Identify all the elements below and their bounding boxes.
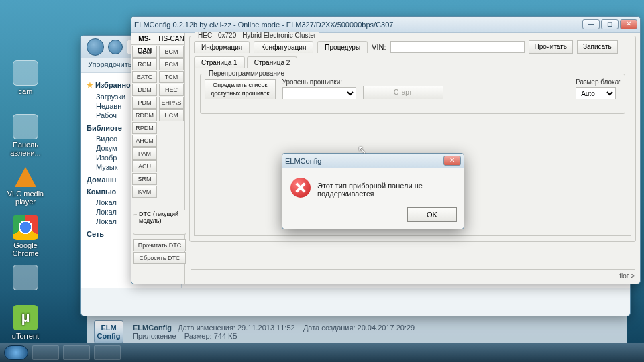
clear-dtc-button[interactable]: Сбросить DTC [133,252,186,264]
vin-label: VIN: [372,43,386,51]
icon-label: Панель авлени... [5,141,46,157]
tab-config[interactable]: Конфигурация [254,41,313,53]
dialog-message: Этот тип приборной панели не поддерживае… [317,178,455,198]
back-button[interactable] [87,38,104,56]
write-button[interactable]: Записать [577,40,618,54]
elmconfig-titlebar[interactable]: ELMConfig 0.2.12b by civil-zz - Online m… [131,17,640,33]
module-button[interactable]: HCM [159,109,184,121]
tab-procedures[interactable]: Процедуры [317,41,368,53]
organize-button[interactable]: Упорядочить [88,60,131,68]
dialog-titlebar[interactable]: ELMConfig ✕ [282,154,464,168]
favorites-header: Избранное [95,81,135,89]
read-button[interactable]: Прочитать [529,40,574,54]
maximize-button[interactable]: ◻ [601,19,619,29]
module-button[interactable]: EHPAS [159,97,184,109]
elm-footer: floг > [191,269,635,280]
module-button[interactable]: RPDM [132,122,157,134]
star-icon: ★ [87,81,93,89]
desktop-icon[interactable] [5,265,46,292]
error-icon [290,178,311,198]
module-button[interactable]: PAM [132,147,157,160]
block-size-select[interactable]: Auto [576,87,616,99]
icon-label: uTorrent [5,332,46,340]
reprogram-group-title: Перепрограммирование [206,70,287,77]
module-button[interactable]: TCM [159,71,184,83]
block-size-label: Размер блока: [576,78,621,86]
module-button[interactable]: HEC [159,84,184,96]
taskbar [0,343,644,362]
dialog-close-button[interactable]: ✕ [443,156,461,166]
icon-label: VLC media player [5,190,46,206]
desktop-icon[interactable]: cam [5,60,46,95]
hscan-header[interactable]: HS-CAN [158,33,184,45]
module-button[interactable]: RDDM [132,109,157,121]
module-button[interactable]: PDM [132,97,157,109]
dtc-title: DTC (текущий модуль) [137,210,186,224]
elmconfig-window: ELMConfig 0.2.12b by civil-zz - Online m… [131,16,641,284]
module-button[interactable]: RCM [132,58,157,70]
forward-button[interactable] [108,40,123,54]
ok-button[interactable]: OK [407,207,457,222]
close-button[interactable]: ✕ [620,19,637,29]
mscan-header[interactable]: MS-CAN [131,33,158,45]
module-button[interactable]: AHCM [132,135,157,147]
cursor-icon: ↖ [358,143,366,156]
start-button[interactable] [4,345,28,360]
tab-info[interactable]: Информация [194,41,250,53]
module-button[interactable]: SRM [132,173,157,185]
icon-label: Google Chrome [5,241,46,257]
elmconfig-badge-icon: ELMConfig [94,320,123,343]
minimize-button[interactable]: — [582,19,600,29]
module-group-title: HEC - 0x720 - Hybrid Electronic Cluster [195,32,319,39]
desktop-icon-chrome[interactable]: Google Chrome [5,215,46,257]
module-button[interactable]: KVM [132,186,157,198]
module-button[interactable]: DDM [132,84,157,96]
dialog-title: ELMConfig [285,157,442,165]
taskbar-item[interactable] [94,345,121,360]
error-dialog: ELMConfig ✕ Этот тип приборной панели не… [282,153,464,229]
desktop-icon-vlc[interactable]: VLC media player [5,164,46,206]
firmware-level-select[interactable] [282,87,356,99]
icon-label: cam [5,87,46,95]
desktop-icon[interactable]: Панель авлени... [5,114,46,157]
desktop-icon-utorrent[interactable]: µuTorrent [5,305,46,340]
module-button[interactable]: BCM [159,46,184,58]
module-button[interactable]: GEM [132,46,157,58]
tab-page2[interactable]: Страница 2 [247,56,298,68]
module-button[interactable]: ACU [132,160,157,172]
dtc-group: DTC (текущий модуль) [133,214,186,235]
module-button[interactable]: PCM [159,58,184,70]
module-button[interactable]: EATC [132,71,157,83]
explorer-statusbar: ELMConfig ELMConfig Дата изменения: 29.1… [87,315,627,347]
firmware-level-label: Уровень прошивки: [282,78,356,86]
file-name: ELMConfig [133,324,172,332]
tab-page1[interactable]: Страница 1 [194,56,245,68]
window-title: ELMConfig 0.2.12b by civil-zz - Online m… [134,21,581,29]
read-dtc-button[interactable]: Прочитать DTC [133,239,186,251]
start-button: Старт [363,86,443,99]
vin-input[interactable] [390,41,525,53]
taskbar-item[interactable] [32,345,59,360]
detect-firmware-button[interactable]: Определить список доступных прошивок [205,79,276,99]
taskbar-item[interactable] [63,345,90,360]
